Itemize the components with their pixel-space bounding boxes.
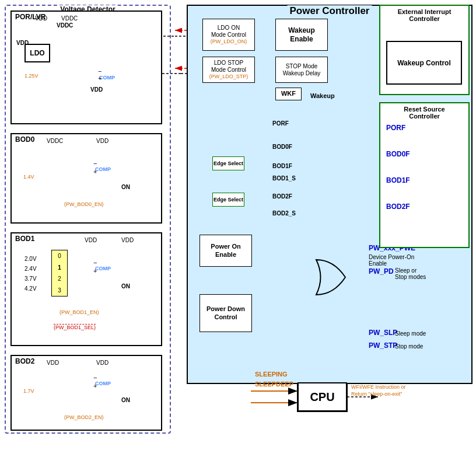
edge-select-1-text: Edge Select <box>214 161 243 166</box>
en-label-bod2: (PW_BOD2_EN) <box>64 414 104 420</box>
wkf-block: WKF <box>275 88 302 100</box>
on-label-bod2: ON <box>121 397 130 403</box>
on-label-bod0: ON <box>121 184 130 190</box>
edge-select-2-text: Edge Select <box>214 197 243 203</box>
pw-pd-label: PW_PD <box>369 267 394 275</box>
por-lvr-box: POR/LVR VDD VDDC LDO 1.25V COMP − + <box>10 11 162 124</box>
bod0f-text: BOD0F <box>272 144 292 150</box>
power-down-control-block: Power Down Control <box>200 294 252 332</box>
plus-symbol-porlvr: + <box>98 75 102 82</box>
bod2-label: BOD2 <box>15 357 34 365</box>
bod1f-text: BOD1F <box>272 163 292 169</box>
ldo-on-reg: (PW_LDO_ON) <box>211 39 247 45</box>
en-label-bod0: (PW_BOD0_EN) <box>64 201 104 207</box>
plus-symbol-bod2: + <box>93 382 97 389</box>
wkf-text: WKF <box>281 90 296 97</box>
wakeup-ctrl-text: Wakeup Control <box>397 59 451 67</box>
voltage-1.7v: 1.7V <box>23 388 34 394</box>
bod0f-reset-label: BOD0F <box>386 150 410 158</box>
pw-xxx-pwe-desc: Device Power-On Enable <box>369 254 414 267</box>
ext-interrupt-label: External InterruptController <box>380 8 468 22</box>
porf-reset-label: PORF <box>386 124 405 132</box>
power-controller-label: Power Controller <box>288 5 372 17</box>
bod1-label: BOD1 <box>15 235 34 243</box>
ldo-stop-line1: LDO STOP <box>209 60 249 67</box>
en-label-bod1: (PW_BOD1_EN) <box>60 309 99 315</box>
stop-mode-block: STOP Mode Wakeup Delay <box>275 57 328 83</box>
edge-select-1: Edge Select <box>212 156 244 170</box>
edge-select-2: Edge Select <box>212 193 244 207</box>
comp-label-bod0: COMP <box>95 166 111 172</box>
comp-label-bod1: COMP <box>95 266 111 271</box>
pw-slp-label: PW_SLP <box>369 329 397 337</box>
mux-0: 0 <box>58 253 61 259</box>
wakeup-signal-label: Wakeup <box>310 92 335 99</box>
minus-symbol-porlvr: − <box>98 68 102 75</box>
reset-source-box: Reset SourceController PORF BOD0F BOD1F … <box>379 102 470 248</box>
voltage-1.4v: 1.4V <box>23 174 34 180</box>
ldo-on-line1: LDO ON <box>211 25 247 32</box>
wakeup-enable-text: Wakeup Enable <box>288 26 315 43</box>
vdd2-label-bod2: VDD <box>96 360 108 366</box>
bod2-box: BOD2 VDD VDD 1.7V COMP − + ON (PW_BOD2_E… <box>10 355 162 431</box>
pw-stp-desc: Stop mode <box>395 343 423 350</box>
volt-4.2v: 4.2V <box>24 285 37 292</box>
cpu-block: CPU <box>298 382 347 411</box>
cpu-instruction-label: WFI/WFE Instruction or Return "sleep-on-… <box>351 384 406 397</box>
mux-3: 3 <box>58 287 61 294</box>
pw-slp-desc: Sleep mode <box>395 330 426 337</box>
ldo-stop-block: LDO STOP Mode Control (PW_LDO_STP) <box>202 57 255 83</box>
or-gate-svg <box>313 257 360 298</box>
comp-label-bod2: COMP <box>95 381 111 386</box>
stop-mode-text: STOP Mode Wakeup Delay <box>283 63 321 77</box>
power-on-enable-block: Power On Enable <box>200 235 252 267</box>
minus-symbol-bod0: − <box>93 160 97 167</box>
sleeping-label: SLEEPING <box>255 371 288 378</box>
pw-stp-label: PW_STP <box>369 341 397 350</box>
wakeup-enable-block: Wakeup Enable <box>275 19 328 51</box>
ext-interrupt-box: External InterruptController Wakeup Cont… <box>379 5 470 95</box>
ldo-block: LDO <box>24 44 50 62</box>
sleepdeep-label: SLEEPDEEP <box>255 381 293 388</box>
power-on-enable-text: Power On Enable <box>211 243 240 258</box>
vddc-label-porlvr: VDDC <box>61 15 78 22</box>
porf-text: PORF <box>272 120 289 127</box>
vdd-label-bod2: VDD <box>47 360 59 366</box>
mux-2: 2 <box>58 275 61 282</box>
volt-3.7v: 3.7V <box>24 275 37 282</box>
voltage-1.25v: 1.25V <box>24 73 38 79</box>
ldo-on-line2: Mode Control <box>211 32 247 39</box>
vdd-label-bod1: VDD <box>85 237 97 243</box>
bod2s-text: BOD2_S <box>272 210 296 217</box>
wakeup-ctrl-block: Wakeup Control <box>386 41 462 85</box>
vdd-label-bod0: VDD <box>96 138 108 144</box>
ldo-on-block: LDO ON Mode Control (PW_LDO_ON) <box>202 19 255 51</box>
on-label-bod1: ON <box>121 283 130 289</box>
mux-1: 1 <box>58 264 61 271</box>
reset-source-label: Reset SourceController <box>380 106 468 120</box>
bod1-mux: 0 1 2 3 <box>51 250 68 296</box>
sel-label-bod1: (PW_BOD1_SEL) <box>54 324 96 330</box>
plus-symbol-bod1: + <box>93 267 97 274</box>
bod2f-text: BOD2F <box>272 193 292 200</box>
diagram-container: Voltage Detector POR/LVR VDD VDDC LDO 1.… <box>0 0 476 450</box>
minus-symbol-bod2: − <box>93 374 97 381</box>
bod2f-reset-label: BOD2F <box>386 203 410 211</box>
bod1f-reset-label: BOD1F <box>386 176 410 184</box>
volt-2.4v: 2.4V <box>24 266 37 272</box>
bod0-box: BOD0 VDDC VDD 1.4V COMP − + ON (PW_BOD0_… <box>10 133 162 224</box>
plus-symbol-bod0: + <box>93 168 97 175</box>
pw-pd-desc: Sleep or Stop modes <box>395 267 426 280</box>
vddc-label-bod0: VDDC <box>47 138 63 144</box>
bod1s-text: BOD1_S <box>272 175 296 182</box>
volt-2.0v: 2.0V <box>24 256 37 262</box>
power-down-control-text: Power Down Control <box>206 305 245 320</box>
vdd2-label-bod1: VDD <box>121 237 134 243</box>
ldo-stop-reg: (PW_LDO_STP) <box>209 74 249 80</box>
cpu-label: CPU <box>310 390 334 404</box>
vdd-por-bottom: VDD <box>90 86 103 93</box>
ldo-stop-line2: Mode Control <box>209 67 249 74</box>
vdd-label-porlvr: VDD <box>35 15 47 22</box>
bod1-box: BOD1 VDD VDD 2.0V 2.4V 3.7V 4.2V 0 1 2 3… <box>10 232 162 346</box>
bod0-label: BOD0 <box>15 135 34 144</box>
